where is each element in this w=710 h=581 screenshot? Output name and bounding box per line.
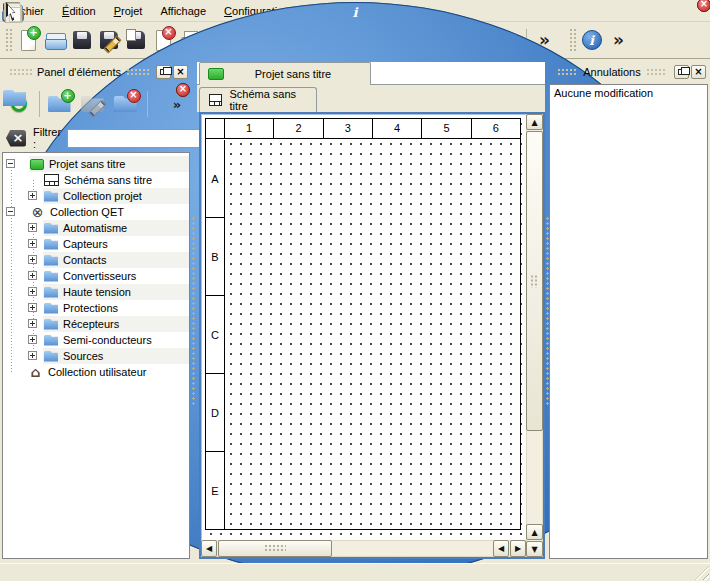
folder-icon [44, 239, 58, 250]
close-icon: × [694, 67, 702, 77]
tree-item-collection-projet[interactable]: Collection projet [3, 188, 189, 204]
size-grip[interactable] [695, 566, 709, 580]
tree-item-label: Automatisme [63, 222, 127, 234]
qet-collection-icon: ⊗ [30, 205, 45, 219]
expander-toggle[interactable] [28, 351, 37, 360]
application-window: Fichier Édition Projet Affichage Configu… [0, 0, 710, 581]
expander-toggle[interactable] [28, 223, 37, 232]
folder-icon [44, 255, 58, 266]
expander-toggle[interactable] [28, 239, 37, 248]
vertical-scrollbar[interactable]: ▲ ▲ ▼ [526, 114, 543, 557]
tree-item-recepteurs[interactable]: Récepteurs [3, 316, 189, 332]
tree-item-label: Projet sans titre [49, 158, 125, 170]
frame-row-header: C [206, 296, 224, 374]
tree-item-capteurs[interactable]: Capteurs [3, 236, 189, 252]
close-panel-button[interactable]: × [173, 65, 188, 79]
project-info-button[interactable] [578, 26, 605, 55]
tree-item-semi-conducteurs[interactable]: Semi-conducteurs [3, 332, 189, 348]
new-category-button[interactable] [44, 86, 77, 122]
undo-list-item[interactable]: Aucune modification [554, 87, 703, 99]
collections-tree: Projet sans titre Schéma sans titre [2, 152, 190, 559]
toolbar-overflow-button[interactable]: » [605, 26, 632, 55]
tree-item-convertisseurs[interactable]: Convertisseurs [3, 268, 189, 284]
frame-row-header: B [206, 218, 224, 296]
vertical-scroll-thumb[interactable] [526, 131, 543, 431]
info-blue-icon [580, 28, 604, 52]
tree-item-projet-sans-titre[interactable]: Projet sans titre [3, 156, 189, 172]
tree-item-label: Convertisseurs [63, 270, 136, 282]
folder-icon [44, 303, 58, 314]
folder-icon [44, 191, 58, 202]
expander-toggle[interactable] [28, 271, 37, 280]
scroll-up-button[interactable]: ▲ [526, 114, 543, 130]
expander-toggle[interactable] [28, 319, 37, 328]
tree-item-collection-qet[interactable]: ⊗ Collection QET [3, 204, 189, 220]
expander-toggle[interactable] [28, 303, 37, 312]
expander-toggle[interactable] [28, 255, 37, 264]
workspace: Panel d'éléments × ↻ [0, 60, 710, 563]
left-panel-title: Panel d'éléments [37, 66, 121, 78]
float-panel-button[interactable] [674, 65, 689, 79]
tree-item-contacts[interactable]: Contacts [3, 252, 189, 268]
project-icon [30, 159, 44, 170]
project-tabbar: Projet sans titre [197, 62, 545, 85]
tree-item-schema-sans-titre[interactable]: Schéma sans titre [3, 172, 189, 188]
tree-item-collection-utilisateur[interactable]: ⌂ Collection utilisateur [3, 364, 189, 380]
tree-item-label: Semi-conducteurs [63, 334, 152, 346]
expander-toggle[interactable] [28, 335, 37, 344]
filter-clear-button[interactable] [5, 128, 27, 149]
panel-overflow-button[interactable]: » [168, 86, 186, 122]
tab-projet-sans-titre[interactable]: Projet sans titre [199, 62, 371, 85]
folder-icon [44, 271, 58, 282]
scroll-down-button[interactable]: ▼ [526, 541, 543, 557]
frame-row-header: E [206, 452, 224, 529]
frame-row-header: A [206, 140, 224, 218]
frame-column-header: 4 [373, 119, 422, 139]
tree-item-label: Contacts [63, 254, 106, 266]
left-panel-titlebar: Panel d'éléments × [2, 62, 190, 82]
delete-folder-icon [113, 90, 141, 118]
folder-icon [44, 335, 58, 346]
titlebar-texture [126, 68, 149, 77]
frame-column-header: 1 [225, 119, 274, 139]
tree-item-label: Capteurs [63, 238, 108, 250]
folder-icon [44, 223, 58, 234]
edit-folder-icon [80, 90, 108, 118]
project-tab-label: Projet sans titre [224, 68, 362, 80]
diagram-canvas[interactable]: 123456 ABCDE [202, 115, 525, 539]
float-panel-button[interactable] [156, 65, 171, 79]
edit-category-button[interactable] [77, 86, 110, 122]
scroll-left-button[interactable]: ◀ [493, 540, 509, 557]
splitter-left[interactable] [191, 120, 196, 503]
folder-icon [44, 351, 58, 362]
scroll-left-button[interactable]: ◀ [201, 540, 217, 557]
status-bar [0, 563, 710, 581]
tree-item-automatisme[interactable]: Automatisme [3, 220, 189, 236]
schema-icon [44, 174, 59, 186]
tree-item-protections[interactable]: Protections [3, 300, 189, 316]
diagram-frame: 123456 ABCDE [205, 118, 521, 530]
expander-toggle[interactable] [6, 207, 15, 216]
tree-item-label: Haute tension [63, 286, 131, 298]
expander-toggle[interactable] [28, 287, 37, 296]
tree-item-label: Schéma sans titre [64, 174, 152, 186]
frame-row-header: D [206, 374, 224, 452]
tree-item-label: Collection QET [50, 206, 124, 218]
float-icon [678, 69, 685, 75]
titlebar-texture [557, 68, 578, 77]
new-folder-icon [47, 90, 75, 118]
tree-item-haute-tension[interactable]: Haute tension [3, 284, 189, 300]
tab-schema-sans-titre[interactable]: Schéma sans titre [199, 87, 317, 112]
close-panel-button[interactable]: × [691, 65, 706, 79]
expander-toggle[interactable] [28, 191, 37, 200]
float-icon [160, 69, 167, 75]
frame-column-header: 3 [324, 119, 373, 139]
expander-toggle[interactable] [6, 159, 15, 168]
delete-category-button[interactable] [110, 86, 143, 122]
tree-item-sources[interactable]: Sources [3, 348, 189, 364]
horizontal-scroll-thumb[interactable] [218, 540, 332, 557]
scroll-right-button[interactable]: ▶ [510, 540, 526, 557]
horizontal-scrollbar[interactable]: ◀ ◀ ▶ [201, 540, 526, 557]
scroll-up-button[interactable]: ▲ [526, 524, 543, 540]
chevron-double-right-icon: » [607, 28, 631, 52]
